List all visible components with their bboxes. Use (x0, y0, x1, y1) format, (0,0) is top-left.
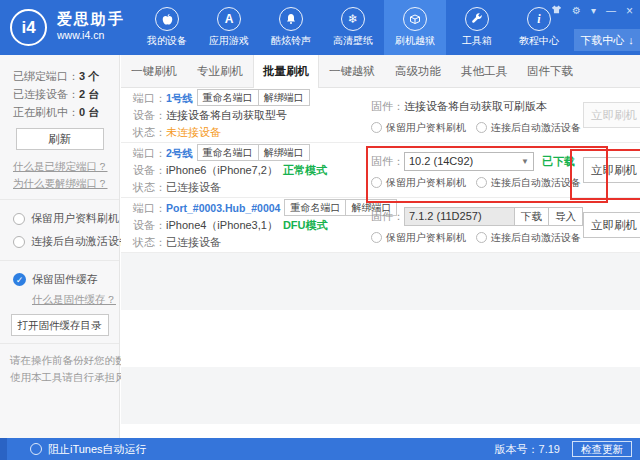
firmware-hint: 连接设备将自动获取可刷版本 (404, 99, 547, 114)
firmware-download-button[interactable]: 下载 (514, 207, 549, 226)
device-mode: 正常模式 (283, 164, 327, 176)
device-label: 设备： (133, 109, 166, 121)
tab-advanced[interactable]: 高级功能 (385, 55, 451, 87)
download-center-button[interactable]: 下载中心 ↓ (574, 29, 640, 51)
unbind-port-button[interactable]: 解绑端口 (258, 144, 310, 161)
bell-icon (279, 7, 303, 31)
download-icon: ↓ (628, 34, 634, 46)
menu-icon[interactable]: ▾ (591, 5, 596, 17)
refresh-button[interactable]: 刷新 (16, 128, 104, 150)
radio-icon (371, 177, 382, 188)
resize-grip (0, 438, 7, 460)
option-keep-firmware-cache[interactable]: ✓ 保留固件缓存 (0, 268, 119, 291)
main-content: 一键刷机 专业刷机 批量刷机 一键越狱 高级功能 其他工具 固件下载 端口：1号… (121, 55, 640, 438)
status-label: 状态： (133, 181, 166, 193)
radio-label: 保留用户资料刷机 (386, 176, 466, 190)
firmware-column: 固件： 7.1.2 (11D257) 下载 导入 保留用户资料刷机 连接后自动激… (371, 206, 583, 245)
flash-now-button[interactable]: 立即刷机 (583, 212, 640, 238)
port-name: Port_#0003.Hub_#0004 (166, 202, 280, 214)
app-logo-badge: i4 (21, 18, 35, 38)
rename-port-button[interactable]: 重命名端口 (197, 89, 259, 106)
option-label: 保留固件缓存 (32, 272, 98, 287)
device-name: 连接设备将自动获取型号 (166, 109, 287, 121)
nav-item-my-devices[interactable]: 我的设备 (136, 0, 198, 55)
radio-label: 连接后自动激活设备 (491, 121, 581, 135)
tab-bar: 一键刷机 专业刷机 批量刷机 一键越狱 高级功能 其他工具 固件下载 (121, 55, 640, 88)
toolbox-icon (465, 7, 489, 31)
download-center-label: 下载中心 (580, 33, 624, 48)
radio-auto-activate[interactable]: 连接后自动激活设备 (476, 231, 581, 245)
block-itunes-label: 阻止iTunes自动运行 (48, 442, 147, 457)
radio-keep-user-data[interactable]: 保留用户资料刷机 (371, 121, 466, 135)
nav-item-apps-games[interactable]: A 应用游戏 (198, 0, 260, 55)
tab-batch-flash[interactable]: 批量刷机 (253, 55, 319, 88)
appstore-icon: A (217, 7, 241, 31)
firmware-select[interactable]: 10.2 (14C92) ▼ (404, 152, 534, 171)
open-cache-dir-button[interactable]: 打开固件缓存目录 (11, 314, 109, 336)
tab-pro-flash[interactable]: 专业刷机 (187, 55, 253, 87)
radio-label: 连接后自动激活设备 (491, 231, 581, 245)
radio-icon (13, 236, 25, 248)
nav-label: 刷机越狱 (395, 34, 435, 48)
close-icon[interactable]: × (626, 5, 633, 17)
firmware-column: 固件： 10.2 (14C92) ▼ 已下载 保留用户资料刷机 连接后自动激活设… (371, 151, 583, 190)
action-column: 立即刷机 (583, 157, 640, 183)
nav-item-ringtones[interactable]: 酷炫铃声 (260, 0, 322, 55)
settings-icon[interactable]: ⚙ (572, 5, 581, 17)
nav-item-toolbox[interactable]: 工具箱 (446, 0, 508, 55)
check-update-button[interactable]: 检查更新 (572, 441, 632, 457)
link-why-unbind-port[interactable]: 为什么要解绑端口？ (13, 175, 119, 192)
firmware-import-button[interactable]: 导入 (548, 207, 583, 226)
radio-icon (476, 177, 487, 188)
option-auto-activate[interactable]: 连接后自动激活设备 (0, 230, 119, 253)
radio-icon (371, 122, 382, 133)
link-what-is-firmware-cache[interactable]: 什么是固件缓存？ (32, 291, 119, 308)
firmware-label: 固件： (371, 99, 404, 114)
tutorial-icon: i (527, 7, 551, 31)
skin-icon[interactable] (551, 4, 562, 18)
empty-row-stripe (121, 253, 640, 310)
port-label: 端口： (133, 147, 166, 159)
link-what-is-bound-port[interactable]: 什么是已绑定端口？ (13, 158, 119, 175)
device-row-port1: 端口：1号线重命名端口解绑端口 设备：连接设备将自动获取型号 状态：未连接设备 … (121, 88, 640, 143)
action-column: 立即刷机 (583, 212, 640, 238)
app-logo: i4 (10, 9, 47, 46)
tab-onekey-flash[interactable]: 一键刷机 (121, 55, 187, 87)
device-mode: DFU模式 (283, 219, 328, 231)
radio-keep-user-data[interactable]: 保留用户资料刷机 (371, 176, 466, 190)
minimize-icon[interactable]: — (606, 5, 616, 17)
tab-firmware-download[interactable]: 固件下载 (517, 55, 583, 87)
block-itunes-option[interactable]: 阻止iTunes自动运行 (30, 442, 147, 457)
status-value: 未连接设备 (166, 126, 221, 138)
device-label: 设备： (133, 219, 166, 231)
tab-other-tools[interactable]: 其他工具 (451, 55, 517, 87)
firmware-version-field[interactable]: 7.1.2 (11D257) (404, 207, 515, 226)
jailbreak-icon (403, 7, 427, 31)
radio-auto-activate[interactable]: 连接后自动激活设备 (476, 121, 581, 135)
warning-line-1: 请在操作前备份好您的数据 (10, 352, 119, 369)
window-controls: ⚙ ▾ — × (551, 4, 633, 18)
empty-row-stripe (121, 310, 640, 367)
radio-icon (476, 122, 487, 133)
firmware-downloaded-badge: 已下载 (542, 154, 575, 169)
rename-port-button[interactable]: 重命名端口 (197, 144, 259, 161)
flash-now-button: 立即刷机 (583, 102, 640, 128)
option-keep-user-data[interactable]: 保留用户资料刷机 (0, 207, 119, 230)
nav-item-wallpapers[interactable]: ❄ 高清壁纸 (322, 0, 384, 55)
rename-port-button[interactable]: 重命名端口 (284, 199, 346, 216)
port-column: 端口：Port_#0003.Hub_#0004重命名端口解绑端口 设备：iPho… (133, 200, 371, 251)
apple-icon (155, 7, 179, 31)
nav-label: 酷炫铃声 (271, 34, 311, 48)
flash-now-button[interactable]: 立即刷机 (583, 157, 640, 183)
tab-onekey-jailbreak[interactable]: 一键越狱 (319, 55, 385, 87)
radio-keep-user-data[interactable]: 保留用户资料刷机 (371, 231, 466, 245)
nav-item-flash-jailbreak[interactable]: 刷机越狱 (384, 0, 446, 55)
port-column: 端口：1号线重命名端口解绑端口 设备：连接设备将自动获取型号 状态：未连接设备 (133, 90, 371, 141)
empty-row-stripe (121, 367, 640, 424)
radio-auto-activate[interactable]: 连接后自动激活设备 (476, 176, 581, 190)
option-label: 连接后自动激活设备 (31, 234, 130, 249)
option-label: 保留用户资料刷机 (31, 211, 119, 226)
sidebar-divider (0, 199, 119, 200)
status-value: 已连接设备 (166, 236, 221, 248)
unbind-port-button[interactable]: 解绑端口 (258, 89, 310, 106)
